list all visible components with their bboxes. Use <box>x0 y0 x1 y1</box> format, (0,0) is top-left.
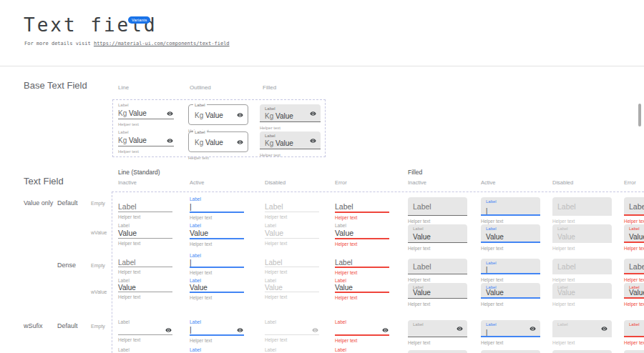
textfield-line-disabled[interactable]: Label Label Helper text <box>265 196 319 220</box>
vertical-scrollbar[interactable] <box>638 104 641 126</box>
filled-background: LabelValue <box>481 224 540 243</box>
textfield-line-error[interactable]: Label Value Helper text <box>335 347 389 353</box>
textfield-filled-inactive[interactable]: LabelValue Helper text <box>408 283 467 307</box>
field-label-small: Label <box>190 278 244 284</box>
base-col-line: Line <box>118 84 129 91</box>
field-label-small: Label <box>190 347 244 353</box>
textfield-line-disabled[interactable]: Label Helper text <box>265 319 319 343</box>
textfield-line-disabled[interactable]: Label Value Helper text <box>265 278 319 300</box>
row-size-label: Empty <box>91 324 105 329</box>
textfield-filled-inactive[interactable]: Label Helper text <box>408 320 467 346</box>
field-prefix: Kg <box>195 138 203 146</box>
helper-text: Helper text <box>190 295 244 301</box>
field-underline <box>190 334 244 336</box>
helper-text: Helper text <box>260 125 321 131</box>
field-underline <box>481 336 540 337</box>
field-label-small: Label <box>335 347 389 353</box>
textfield-filled-error[interactable]: LabelValue Helper text <box>624 283 644 307</box>
field-underline <box>265 267 319 267</box>
field-value: Value <box>557 289 575 297</box>
field-label-small: Label <box>265 319 319 325</box>
textfield-line-error[interactable]: Label Value Helper text <box>335 278 389 301</box>
textfield-line-inactive[interactable]: Label Value Helper text <box>118 347 172 353</box>
field-value: Value <box>335 229 353 237</box>
row-variant-label: Dense <box>57 262 76 269</box>
textfield-line-inactive[interactable]: Label Value Helper text <box>118 222 172 247</box>
textfield-filled-inactive[interactable]: LabelValue Helper text <box>408 224 467 252</box>
field-label: Label <box>335 202 353 211</box>
textfield-filled-active[interactable]: Label| Helper text <box>481 259 540 283</box>
base-textfield-outlined[interactable]: Label Kg Value Helper text <box>188 129 248 161</box>
field-underline <box>408 274 467 274</box>
field-underline <box>260 149 321 149</box>
textfield-filled-inactive[interactable]: Label Helper text <box>408 197 467 224</box>
textfield-line-active[interactable]: Label | Helper text <box>190 253 244 276</box>
text-cursor: | <box>190 259 192 267</box>
textfield-line-active[interactable]: Label | Helper text <box>190 319 244 344</box>
base-textfield-filled[interactable]: Label Kg Value Helper text <box>260 104 321 131</box>
visibility-eye-icon <box>167 111 173 117</box>
textfield-line-active[interactable]: Label Value Helper text <box>190 278 244 301</box>
field-value: Value <box>629 289 644 297</box>
textfield-filled-error[interactable]: LabelValue Helper text <box>624 350 644 353</box>
text-cursor: | <box>486 207 487 214</box>
base-col-outlined: Outlined <box>190 84 211 91</box>
field-prefix: Kg <box>195 111 203 119</box>
textfield-filled-active[interactable]: Label| Helper text <box>481 320 540 346</box>
field-underline <box>408 298 467 299</box>
field-underline <box>481 297 540 299</box>
textfield-line-inactive[interactable]: Label Label Helper text <box>118 196 172 220</box>
helper-text: Helper text <box>190 338 244 344</box>
field-label-small: Label <box>413 227 424 232</box>
docs-link[interactable]: https://material-ui.com/components/text-… <box>94 41 230 46</box>
textfield-line-active[interactable]: Label Value Helper text <box>190 222 244 247</box>
textfield-line-disabled[interactable]: Label Label Helper text <box>265 253 319 275</box>
field-underline <box>265 238 319 239</box>
textfield-filled-inactive[interactable]: Label Helper text <box>408 259 467 283</box>
textfield-filled-disabled[interactable]: Label Helper text <box>552 197 612 224</box>
textfield-line-active[interactable]: Label | Helper text <box>190 196 244 221</box>
textfield-filled-active[interactable]: Label| Helper text <box>481 197 540 224</box>
base-textfield-line[interactable]: Label Kg Value Helper text <box>118 129 174 154</box>
textfield-line-active[interactable]: Label Value Helper text <box>190 347 244 353</box>
filled-background: Label <box>552 197 612 216</box>
textfield-filled-disabled[interactable]: Label Helper text <box>552 259 612 283</box>
field-value: Value <box>275 112 293 120</box>
textfield-line-inactive[interactable]: Label Helper text <box>118 319 172 343</box>
textfield-line-disabled[interactable]: Label Value Helper text <box>265 347 319 353</box>
textfield-filled-active[interactable]: LabelValue Helper text <box>481 283 540 307</box>
outlined-border: Label Kg Value <box>188 131 248 152</box>
field-label: Label <box>118 202 137 211</box>
textfield-filled-disabled[interactable]: LabelValue Helper text <box>552 350 612 353</box>
field-underline <box>335 212 389 213</box>
textfield-filled-error[interactable]: Label Helper text <box>624 259 644 283</box>
visibility-eye-icon <box>167 138 173 144</box>
helper-text: Helper text <box>118 149 174 154</box>
filled-background: LabelValue <box>552 224 612 243</box>
textfield-line-error[interactable]: Label Label Helper text <box>335 196 389 221</box>
textfield-line-error[interactable]: Label Label Helper text <box>335 253 389 276</box>
field-value: Value <box>118 229 137 237</box>
textfield-line-error[interactable]: Label Helper text <box>335 319 389 344</box>
field-underline <box>408 215 467 216</box>
textfield-filled-error[interactable]: Label Helper text <box>624 197 644 224</box>
textfield-filled-inactive[interactable]: LabelValue Helper text <box>408 350 467 353</box>
base-textfield-filled[interactable]: Label Kg Value Helper text <box>260 131 321 158</box>
textfield-filled-error[interactable]: Label Helper text <box>624 320 644 346</box>
textfield-line-inactive[interactable]: Label Label Helper text <box>118 253 172 275</box>
textfield-line-inactive[interactable]: Label Value Helper text <box>118 278 172 300</box>
textfield-line-disabled[interactable]: Label Value Helper text <box>265 222 319 247</box>
field-underline <box>335 292 389 293</box>
textfield-filled-active[interactable]: LabelValue Helper text <box>481 350 540 353</box>
field-label: Label <box>629 259 644 274</box>
field-label-small: Label <box>413 322 424 327</box>
textfield-filled-disabled[interactable]: Label Helper text <box>552 320 612 346</box>
textfield-line-error[interactable]: Label Value Helper text <box>335 222 389 247</box>
textfield-filled-disabled[interactable]: LabelValue Helper text <box>552 224 612 252</box>
textfield-filled-disabled[interactable]: LabelValue Helper text <box>552 283 612 307</box>
base-textfield-line[interactable]: Label Kg Value Helper text <box>118 102 174 127</box>
field-label-small: Label <box>193 130 207 134</box>
textfield-filled-error[interactable]: LabelValue Helper text <box>624 224 644 252</box>
field-label: Label <box>413 259 431 274</box>
textfield-filled-active[interactable]: LabelValue Helper text <box>481 224 540 252</box>
